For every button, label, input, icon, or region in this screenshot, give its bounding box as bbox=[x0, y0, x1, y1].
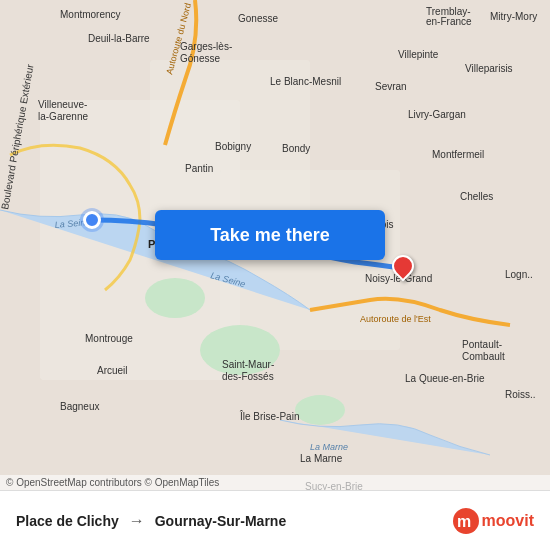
svg-text:Gónesse: Gónesse bbox=[180, 53, 220, 64]
svg-point-4 bbox=[145, 278, 205, 318]
svg-text:Montmorency: Montmorency bbox=[60, 9, 121, 20]
svg-text:Montrouge: Montrouge bbox=[85, 333, 133, 344]
svg-text:La Marne: La Marne bbox=[310, 442, 348, 452]
svg-text:Montfermeil: Montfermeil bbox=[432, 149, 484, 160]
route-from-label: Place de Clichy bbox=[16, 513, 119, 529]
svg-text:Pantin: Pantin bbox=[185, 163, 213, 174]
svg-text:Saint-Maur-: Saint-Maur- bbox=[222, 359, 274, 370]
copyright-text: © OpenStreetMap contributors © OpenMapTi… bbox=[6, 477, 219, 488]
route-to-label: Gournay-Sur-Marne bbox=[155, 513, 286, 529]
svg-text:Gonesse: Gonesse bbox=[238, 13, 278, 24]
svg-text:Chelles: Chelles bbox=[460, 191, 493, 202]
origin-marker bbox=[83, 211, 101, 229]
take-me-there-button[interactable]: Take me there bbox=[155, 210, 385, 260]
destination-marker bbox=[392, 255, 414, 285]
moovit-brand-text: moovit bbox=[482, 512, 534, 530]
svg-text:Île Brise-Pain: Île Brise-Pain bbox=[239, 410, 299, 422]
svg-text:Villeneuve-: Villeneuve- bbox=[38, 99, 87, 110]
svg-text:la-Garenne: la-Garenne bbox=[38, 111, 88, 122]
svg-text:Le Blanc-Mesnil: Le Blanc-Mesnil bbox=[270, 76, 341, 87]
svg-text:Arcueil: Arcueil bbox=[97, 365, 128, 376]
svg-text:Livry-Gargan: Livry-Gargan bbox=[408, 109, 466, 120]
svg-point-5 bbox=[295, 395, 345, 425]
svg-text:Sevran: Sevran bbox=[375, 81, 407, 92]
svg-text:Bobigny: Bobigny bbox=[215, 141, 251, 152]
svg-text:La Marne: La Marne bbox=[300, 453, 343, 464]
moovit-logo: m moovit bbox=[452, 507, 534, 535]
svg-text:Bondy: Bondy bbox=[282, 143, 310, 154]
copyright-notice: © OpenStreetMap contributors © OpenMapTi… bbox=[0, 475, 550, 490]
svg-text:Villepinte: Villepinte bbox=[398, 49, 439, 60]
button-label: Take me there bbox=[210, 225, 330, 246]
svg-text:Roiss..: Roiss.. bbox=[505, 389, 536, 400]
svg-text:en-France: en-France bbox=[426, 16, 472, 27]
svg-text:La Queue-en-Brie: La Queue-en-Brie bbox=[405, 373, 485, 384]
svg-text:Logn..: Logn.. bbox=[505, 269, 533, 280]
svg-text:des-Fossés: des-Fossés bbox=[222, 371, 274, 382]
bottom-bar: Place de Clichy → Gournay-Sur-Marne m mo… bbox=[0, 490, 550, 550]
svg-text:Deuil-la-Barre: Deuil-la-Barre bbox=[88, 33, 150, 44]
svg-text:Autoroute de l'Est: Autoroute de l'Est bbox=[360, 314, 431, 324]
svg-text:Garges-lès-: Garges-lès- bbox=[180, 41, 232, 52]
moovit-icon: m bbox=[452, 507, 480, 535]
svg-text:Villeparisis: Villeparisis bbox=[465, 63, 513, 74]
svg-text:Pontault-: Pontault- bbox=[462, 339, 502, 350]
svg-text:Bagneux: Bagneux bbox=[60, 401, 99, 412]
svg-text:Combault: Combault bbox=[462, 351, 505, 362]
svg-text:Mitry-Mory: Mitry-Mory bbox=[490, 11, 537, 22]
route-arrow-icon: → bbox=[129, 512, 145, 530]
map-container: La Seine La Seine La Marne Autoroute du … bbox=[0, 0, 550, 490]
svg-text:m: m bbox=[457, 513, 471, 530]
